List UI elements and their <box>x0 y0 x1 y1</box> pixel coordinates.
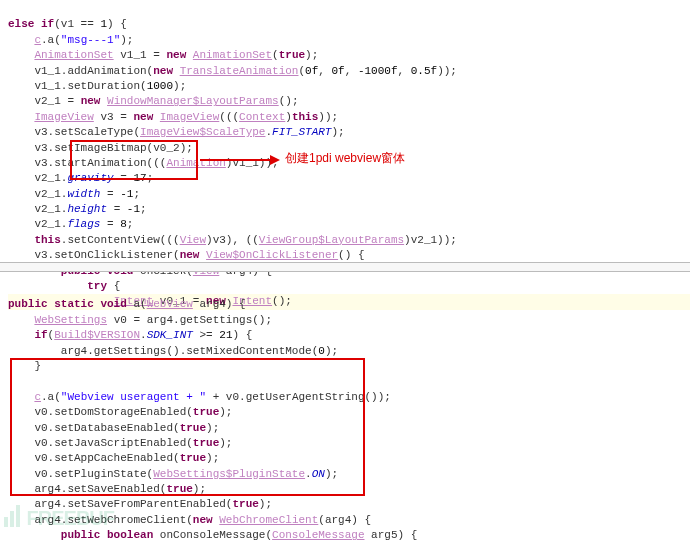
code-line: v2_1.gravity = 17; <box>8 172 153 184</box>
code-line: v3.setImageBitmap(v0_2); <box>8 142 193 154</box>
code-line: if(Build$VERSION.SDK_INT >= 21) { <box>8 329 252 341</box>
code-line: } <box>8 360 41 372</box>
code-line: v1_1.addAnimation(new TranslateAnimation… <box>8 65 457 77</box>
code-line: v0.setDomStorageEnabled(true); <box>8 406 232 418</box>
code-line: v2_1.flags = 8; <box>8 218 133 230</box>
code-line: arg4.setSaveEnabled(true); <box>8 483 206 495</box>
code-line: this.setContentView(((View)v3), ((ViewGr… <box>8 234 457 246</box>
code-line: v0.setDatabaseEnabled(true); <box>8 422 219 434</box>
code-line: v0.setPluginState(WebSettings$PluginStat… <box>8 468 338 480</box>
code-line: v2_1 = new WindowManager$LayoutParams(); <box>8 95 299 107</box>
code-line: WebSettings v0 = arg4.getSettings(); <box>8 314 272 326</box>
code-line: v3.setOnClickListener(new View$OnClickLi… <box>8 249 365 261</box>
code-line: arg4.getSettings().setMixedContentMode(0… <box>8 345 338 357</box>
code-line: ImageView v3 = new ImageView(((Context)t… <box>8 111 338 123</box>
code-line: public static void a(WebView arg4) { <box>8 298 246 310</box>
code-line: v0.setJavaScriptEnabled(true); <box>8 437 232 449</box>
code-line: v3.startAnimation(((Animation)v1_1)); <box>8 157 279 169</box>
code-line: v2_1.height = -1; <box>8 203 147 215</box>
code-line: c.a("msg---1"); <box>8 34 133 46</box>
code-line: else if(v1 == 1) { <box>8 18 127 30</box>
code-line: v1_1.setDuration(1000); <box>8 80 186 92</box>
bottom-code-block: public static void a(WebView arg4) { Web… <box>0 280 690 540</box>
annotation-label: 创建1pdi webview窗体 <box>285 150 405 167</box>
code-line: AnimationSet v1_1 = new AnimationSet(tru… <box>8 49 318 61</box>
code-line: c.a("Webview useragent + " + v0.getUserA… <box>8 391 391 403</box>
code-line: v2_1.width = -1; <box>8 188 140 200</box>
code-line: v0.setAppCacheEnabled(true); <box>8 452 219 464</box>
code-line: v3.setScaleType(ImageView$ScaleType.FIT_… <box>8 126 345 138</box>
watermark: FREEBUF <box>4 504 114 534</box>
code-line <box>8 375 15 387</box>
split-divider <box>0 262 690 272</box>
